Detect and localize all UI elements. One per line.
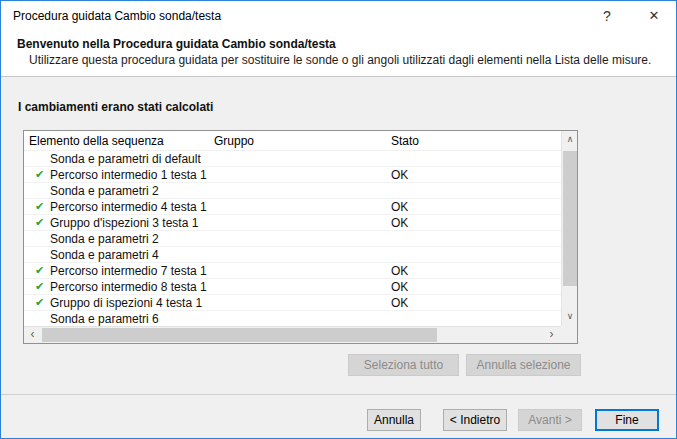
row-name: Sonda e parametri 2: [50, 184, 159, 198]
row-status: OK: [391, 264, 408, 278]
scroll-down-icon[interactable]: ∨: [562, 308, 578, 325]
row-status: OK: [391, 168, 408, 182]
check-icon: ✔: [35, 168, 44, 181]
horizontal-scrollbar-thumb[interactable]: [42, 328, 437, 342]
window-title: Procedura guidata Cambio sonda/testa: [13, 9, 221, 23]
scroll-right-icon[interactable]: ›: [543, 327, 560, 344]
row-status: OK: [391, 296, 408, 310]
table-row[interactable]: Sonda e parametri 4: [24, 247, 561, 263]
vertical-scrollbar[interactable]: ∧ ∨: [561, 131, 577, 326]
scroll-up-icon[interactable]: ∧: [562, 131, 578, 148]
row-name: Percorso intermedio 7 testa 1: [50, 264, 207, 278]
vertical-scrollbar-thumb[interactable]: [563, 151, 577, 286]
row-name: Sonda e parametri 2: [50, 232, 159, 246]
row-name: Sonda e parametri di default: [50, 152, 201, 166]
column-header-elemento: Elemento della sequenza: [29, 134, 164, 148]
clear-selection-button[interactable]: Annulla selezione: [466, 354, 581, 376]
help-icon[interactable]: ?: [592, 1, 622, 31]
table-row[interactable]: Sonda e parametri 6: [24, 311, 561, 327]
table-row[interactable]: ✔ Gruppo d'ispezioni 3 testa 1 OK: [24, 215, 561, 231]
finish-button[interactable]: Fine: [595, 409, 659, 431]
table-row[interactable]: ✔ Percorso intermedio 4 testa 1 OK: [24, 199, 561, 215]
select-all-button[interactable]: Seleziona tutto: [348, 354, 459, 376]
row-name: Percorso intermedio 4 testa 1: [50, 200, 207, 214]
check-icon: ✔: [35, 264, 44, 277]
row-name: Gruppo d'ispezioni 3 testa 1: [50, 216, 198, 230]
check-icon: ✔: [35, 296, 44, 309]
scrollbar-corner: [561, 326, 577, 343]
table-row[interactable]: ✔ Gruppo di ispezioni 4 testa 1 OK: [24, 295, 561, 311]
back-button[interactable]: < Indietro: [443, 409, 507, 431]
row-status: OK: [391, 280, 408, 294]
footer-divider: [1, 394, 676, 395]
row-status: OK: [391, 216, 408, 230]
horizontal-scrollbar[interactable]: ‹ ›: [24, 326, 561, 343]
banner-subtitle: Utilizzare questa procedura guidata per …: [29, 53, 651, 67]
row-name: Sonda e parametri 4: [50, 248, 159, 262]
table-row[interactable]: Sonda e parametri 2: [24, 183, 561, 199]
title-bar: Procedura guidata Cambio sonda/testa ? ✕: [1, 1, 676, 31]
wizard-banner: Benvenuto nella Procedura guidata Cambio…: [1, 31, 676, 77]
section-label: I cambiamenti erano stati calcolati: [18, 100, 213, 114]
table-row[interactable]: ✔ Percorso intermedio 1 testa 1 OK: [24, 167, 561, 183]
row-name: Sonda e parametri 6: [50, 312, 159, 326]
banner-title: Benvenuto nella Procedura guidata Cambio…: [17, 37, 336, 51]
check-icon: ✔: [35, 200, 44, 213]
row-name: Gruppo di ispezioni 4 testa 1: [50, 296, 202, 310]
scroll-left-icon[interactable]: ‹: [24, 327, 41, 344]
close-icon[interactable]: ✕: [639, 1, 669, 31]
column-header-gruppo: Gruppo: [214, 134, 254, 148]
wizard-dialog: Procedura guidata Cambio sonda/testa ? ✕…: [0, 0, 677, 439]
check-icon: ✔: [35, 280, 44, 293]
check-icon: ✔: [35, 216, 44, 229]
results-table: Elemento della sequenza Gruppo Stato Son…: [23, 130, 578, 344]
row-name: Percorso intermedio 8 testa 1: [50, 280, 207, 294]
table-row[interactable]: Sonda e parametri 2: [24, 231, 561, 247]
table-row[interactable]: Sonda e parametri di default: [24, 151, 561, 167]
next-button[interactable]: Avanti >: [518, 409, 582, 431]
table-body: Sonda e parametri di default ✔ Percorso …: [24, 151, 561, 327]
table-header-row: Elemento della sequenza Gruppo Stato: [24, 131, 561, 151]
table-row[interactable]: ✔ Percorso intermedio 7 testa 1 OK: [24, 263, 561, 279]
column-header-stato: Stato: [391, 134, 419, 148]
row-name: Percorso intermedio 1 testa 1: [50, 168, 207, 182]
cancel-button[interactable]: Annulla: [367, 409, 421, 431]
row-status: OK: [391, 200, 408, 214]
table-row[interactable]: ✔ Percorso intermedio 8 testa 1 OK: [24, 279, 561, 295]
